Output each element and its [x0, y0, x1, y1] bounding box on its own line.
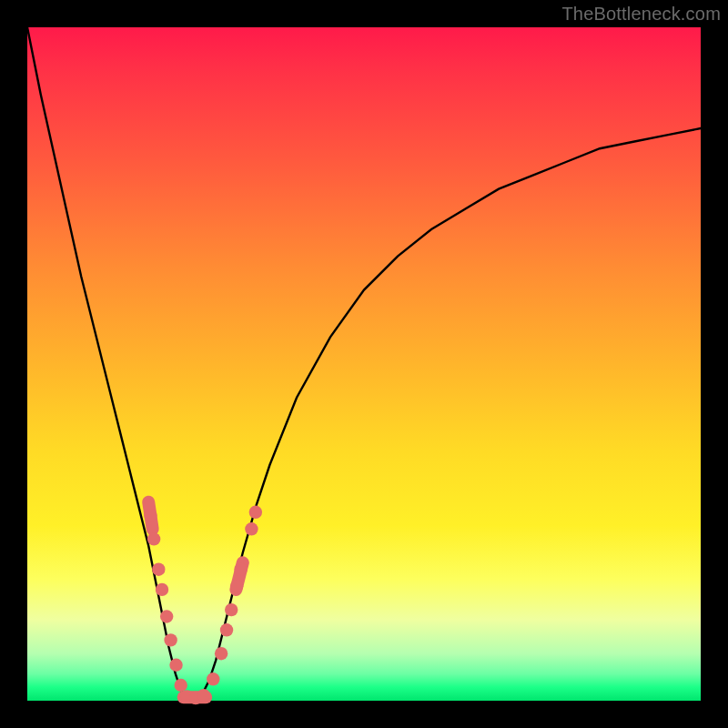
marker-dot	[249, 506, 262, 519]
marker-dot	[156, 583, 168, 596]
marker-dot	[215, 647, 228, 660]
marker-capsules	[148, 502, 243, 698]
marker-dot	[144, 509, 157, 521]
marker-dot	[207, 672, 219, 685]
marker-dot	[152, 563, 165, 576]
marker-dot	[160, 610, 173, 622]
bottleneck-curve	[27, 27, 701, 701]
marker-dot	[234, 563, 247, 576]
marker-dot	[245, 522, 258, 535]
marker-dot	[220, 623, 233, 636]
marker-dot	[225, 603, 238, 616]
marker-dot	[147, 532, 160, 545]
curve-layer	[27, 27, 701, 701]
marker-dot	[164, 633, 177, 646]
chart-frame: TheBottleneck.com	[0, 0, 728, 728]
marker-dot	[175, 679, 187, 692]
marker-dot	[169, 659, 182, 672]
marker-dot	[197, 689, 210, 702]
marker-dot	[230, 580, 243, 592]
watermark-text: TheBottleneck.com	[561, 4, 721, 25]
marker-dots	[144, 506, 262, 705]
plot-area	[27, 27, 701, 701]
